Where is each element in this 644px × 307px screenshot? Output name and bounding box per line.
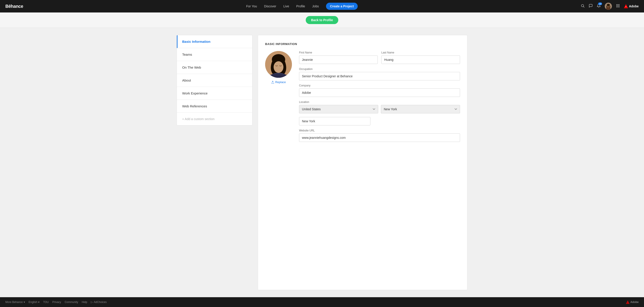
state-select[interactable]: New York [381,105,460,113]
location-group: Location United States New York [299,100,460,113]
footer-tou-link[interactable]: TOU [43,301,48,304]
logo[interactable]: Bēhance [5,4,23,9]
occupation-label: Occupation [299,67,460,71]
nav-live[interactable]: Live [284,4,289,8]
footer-left: More Behance ▾ English ▾ TOU Privacy Com… [5,301,106,304]
form-fields: First Name Last Name Occupation [299,51,460,145]
location-label: Location [299,100,460,104]
country-select[interactable]: United States [299,105,378,113]
sidebar-item-work-experience[interactable]: Work Experience [177,87,252,100]
footer-privacy-link[interactable]: Privacy [52,301,61,304]
svg-point-21 [274,61,284,73]
footer-right: Adobe [626,300,639,304]
svg-rect-12 [616,6,617,7]
footer-community-link[interactable]: Community [65,301,78,304]
last-name-input[interactable] [381,55,460,64]
nav-jobs[interactable]: Jobs [312,4,319,8]
form-card: BASIC INFORMATION [258,35,468,290]
avatar-area: Replace [265,51,292,145]
website-row: Website URL [299,129,460,142]
svg-point-5 [607,4,610,6]
adobe-logo-footer: Adobe [626,300,639,304]
header: Bēhance For You Discover Live Profile Jo… [0,0,644,12]
notifications-icon[interactable]: 13 [597,4,601,9]
location-row: Location United States New York [299,100,460,113]
chevron-down-icon: ▾ [24,301,25,304]
company-group: Company [299,84,460,97]
nav-for-you[interactable]: For You [246,4,257,8]
header-icons: 13 Adobe [581,3,639,10]
more-behance-dropdown[interactable]: More Behance ▾ [5,301,25,304]
adchoices-link[interactable]: ▷ AdChoices [91,301,106,304]
main-nav: For You Discover Live Profile Jobs Creat… [246,3,358,10]
add-custom-section-button[interactable]: + Add a custom section [177,113,252,125]
sidebar-item-on-the-web[interactable]: On The Web [177,61,252,74]
occupation-group: Occupation [299,67,460,80]
first-name-group: First Name [299,51,378,64]
chevron-down-icon: ▾ [38,301,40,304]
company-row: Company [299,84,460,97]
last-name-label: Last Name [381,51,460,54]
grid-icon[interactable] [616,4,620,9]
city-group [299,117,370,125]
svg-rect-13 [618,6,618,7]
nav-profile[interactable]: Profile [296,4,305,8]
svg-point-0 [581,4,584,7]
search-icon[interactable] [581,4,585,9]
company-label: Company [299,84,460,87]
adchoices-icon: ▷ [91,301,93,304]
svg-rect-6 [616,4,617,5]
back-to-profile-button[interactable]: Back to Profile [306,16,338,24]
website-input[interactable] [299,133,460,142]
sidebar-item-about[interactable]: About [177,74,252,87]
sidebar-card: Basic Information Teams On The Web About… [176,35,252,125]
svg-rect-11 [619,5,620,6]
language-dropdown[interactable]: English ▾ [28,301,40,304]
form-section-title: BASIC INFORMATION [265,42,460,46]
user-avatar[interactable] [605,3,612,10]
notification-badge: 13 [598,2,602,5]
profile-avatar [265,51,292,78]
city-row [299,117,460,125]
sidebar: Basic Information Teams On The Web About… [176,35,252,290]
occupation-input[interactable] [299,72,460,80]
svg-rect-9 [616,5,617,6]
website-group: Website URL [299,129,460,142]
svg-rect-10 [618,5,618,6]
svg-line-1 [584,6,584,7]
create-project-button[interactable]: Create a Project [326,3,358,10]
svg-rect-14 [619,6,620,7]
city-input[interactable] [299,117,370,125]
website-label: Website URL [299,129,460,132]
last-name-group: Last Name [381,51,460,64]
nav-discover[interactable]: Discover [264,4,276,8]
occupation-row: Occupation [299,67,460,80]
first-name-label: First Name [299,51,378,54]
messages-icon[interactable] [589,4,593,9]
svg-rect-8 [619,4,620,5]
main-content: Basic Information Teams On The Web About… [166,28,478,297]
sidebar-item-web-references[interactable]: Web References [177,100,252,113]
footer-help-link[interactable]: Help [82,301,88,304]
adobe-logo-header: Adobe [624,4,639,8]
replace-avatar-link[interactable]: Replace [271,80,286,84]
sidebar-item-basic-information[interactable]: Basic Information [177,35,252,48]
company-input[interactable] [299,88,460,97]
back-bar: Back to Profile [0,12,644,28]
svg-rect-7 [618,4,618,5]
footer: More Behance ▾ English ▾ TOU Privacy Com… [0,297,644,307]
svg-marker-24 [626,300,630,304]
first-name-input[interactable] [299,55,378,64]
sidebar-item-teams[interactable]: Teams [177,48,252,61]
form-top: Replace First Name Last Name [265,51,460,145]
name-row: First Name Last Name [299,51,460,64]
